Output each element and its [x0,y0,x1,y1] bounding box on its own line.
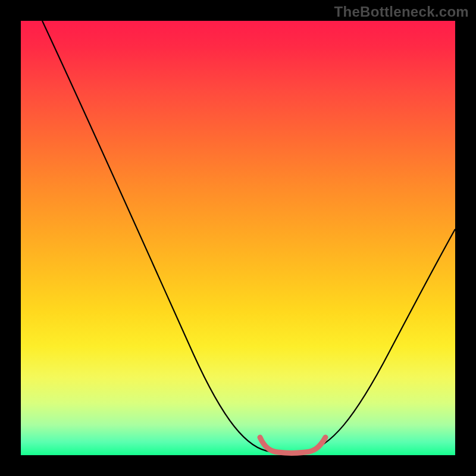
chart-frame: TheBottleneck.com [0,0,476,476]
watermark-label: TheBottleneck.com [334,4,469,20]
plot-area [21,21,455,455]
optimal-band-marker [260,437,325,453]
bottleneck-curve [42,21,455,453]
curve-layer [21,21,455,455]
